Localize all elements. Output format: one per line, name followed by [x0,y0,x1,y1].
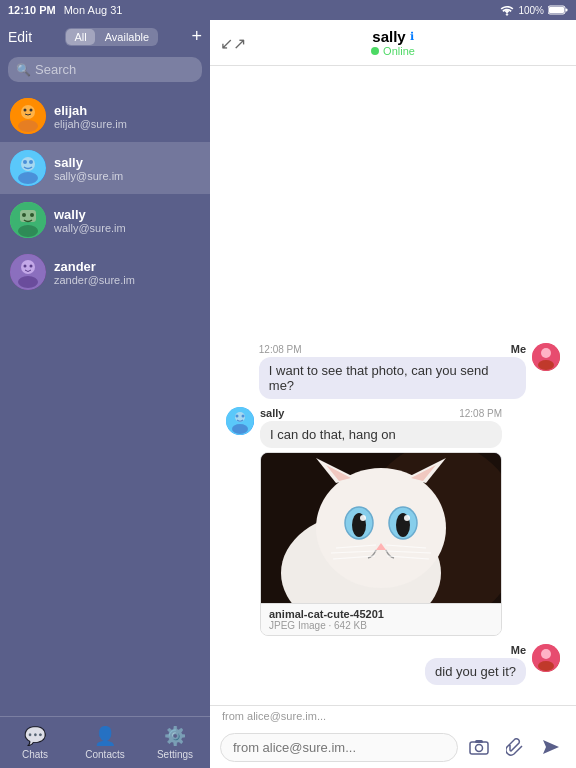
input-area: from alice@sure.im... [210,705,576,768]
contact-info-wally: wally wally@sure.im [54,207,126,234]
svg-point-7 [30,109,33,112]
message-bubble-1: I want to see that photo, can you send m… [259,357,526,399]
settings-icon: ⚙️ [164,725,186,747]
avatar-sally [10,150,46,186]
chat-header: ↙↗ sally ℹ Online [210,20,576,66]
attachment-container[interactable]: animal-cat-cute-45201 JPEG Image · 642 K… [260,452,502,636]
filter-tabs: All Available [65,28,158,46]
svg-point-43 [360,515,366,521]
svg-rect-59 [475,740,483,743]
main-layout: Edit All Available + 🔍 elijah elijah@sur… [0,20,576,768]
svg-point-30 [232,424,248,434]
message-row-2: sally 12:08 PM I can do that, hang on [226,407,560,636]
tab-all[interactable]: All [66,29,94,45]
svg-point-25 [538,360,554,370]
message-sender-3: Me [511,644,526,656]
avatar-me-2 [532,644,560,672]
status-date: Mon Aug 31 [64,4,123,16]
contact-email-sally: sally@sure.im [54,170,123,182]
svg-point-15 [22,213,26,217]
message-bubble-2: I can do that, hang on [260,421,502,448]
attachment-filename: animal-cat-cute-45201 [269,608,493,620]
svg-point-28 [236,415,239,418]
message-meta-1: Me 12:08 PM [259,343,526,355]
svg-point-58 [476,745,483,752]
nav-chats[interactable]: 💬 Chats [0,723,70,762]
left-header: Edit All Available + [0,20,210,53]
chat-status: Online [371,45,415,57]
nav-settings[interactable]: ⚙️ Settings [140,723,210,762]
info-icon[interactable]: ℹ [410,30,414,43]
input-row [210,726,576,768]
contact-email-wally: wally@sure.im [54,222,126,234]
contact-list: elijah elijah@sure.im sally sally@sure.i… [0,90,210,716]
contacts-label: Contacts [85,749,124,760]
nav-contacts[interactable]: 👤 Contacts [70,723,140,762]
svg-point-56 [538,661,554,671]
chat-header-center: sally ℹ Online [371,28,415,57]
contact-email-zander: zander@sure.im [54,274,135,286]
svg-point-29 [242,415,245,418]
message-sender-2: sally [260,407,284,419]
tab-available[interactable]: Available [97,29,157,45]
message-sender-1: Me [511,343,526,355]
svg-point-55 [541,649,551,659]
cat-image-svg [261,453,501,603]
camera-button[interactable] [464,732,494,762]
input-reply-info: from alice@sure.im... [210,706,576,726]
svg-point-4 [21,105,35,119]
svg-point-34 [316,468,446,588]
contact-item-wally[interactable]: wally wally@sure.im [0,194,210,246]
battery-icon [548,5,568,15]
svg-point-44 [404,515,410,521]
message-row-3: Me did you get it? [226,644,560,685]
bottom-nav: 💬 Chats 👤 Contacts ⚙️ Settings [0,716,210,768]
contact-name-sally: sally [54,155,123,170]
edit-button[interactable]: Edit [8,29,32,45]
avatar-zander [10,254,46,290]
svg-point-12 [18,172,38,184]
search-input[interactable] [35,62,194,77]
add-contact-button[interactable]: + [191,26,202,47]
search-bar: 🔍 [8,57,202,82]
contact-item-elijah[interactable]: elijah elijah@sure.im [0,90,210,142]
contact-item-zander[interactable]: zander zander@sure.im [0,246,210,298]
messages-area: Me 12:08 PM I want to see that photo, ca… [210,66,576,705]
attachment-fileinfo: JPEG Image · 642 KB [269,620,493,631]
status-label: Online [383,45,415,57]
message-input[interactable] [220,733,458,762]
contact-info-zander: zander zander@sure.im [54,259,135,286]
attach-button[interactable] [500,732,530,762]
expand-icon[interactable]: ↙↗ [220,33,246,52]
message-content-1: Me 12:08 PM I want to see that photo, ca… [259,343,526,399]
svg-point-5 [18,120,38,132]
left-panel: Edit All Available + 🔍 elijah elijah@sur… [0,20,210,768]
status-time: 12:10 PM [8,4,56,16]
svg-point-6 [24,109,27,112]
svg-point-10 [23,160,27,164]
message-bubble-3: did you get it? [425,658,526,685]
right-panel: ↙↗ sally ℹ Online [210,20,576,768]
contact-item-sally[interactable]: sally sally@sure.im [0,142,210,194]
send-button[interactable] [536,732,566,762]
contacts-icon: 👤 [94,725,116,747]
chats-icon: 💬 [24,725,46,747]
message-content-3: Me did you get it? [425,644,526,685]
svg-rect-2 [566,9,568,12]
svg-marker-60 [543,740,559,754]
avatar-elijah [10,98,46,134]
svg-point-17 [18,225,38,237]
message-content-2: sally 12:08 PM I can do that, hang on [260,407,502,636]
attachment-meta: animal-cat-cute-45201 JPEG Image · 642 K… [261,603,501,635]
attach-icon [506,737,524,757]
message-meta-3: Me [425,644,526,656]
message-time-1: 12:08 PM [259,344,302,355]
svg-point-22 [18,276,38,288]
svg-point-20 [24,265,27,268]
avatar-me [532,343,560,371]
message-row-1: Me 12:08 PM I want to see that photo, ca… [226,343,560,399]
svg-point-11 [29,160,33,164]
camera-icon [469,739,489,755]
chat-contact-name: sally [372,28,405,45]
contact-info-elijah: elijah elijah@sure.im [54,103,127,130]
